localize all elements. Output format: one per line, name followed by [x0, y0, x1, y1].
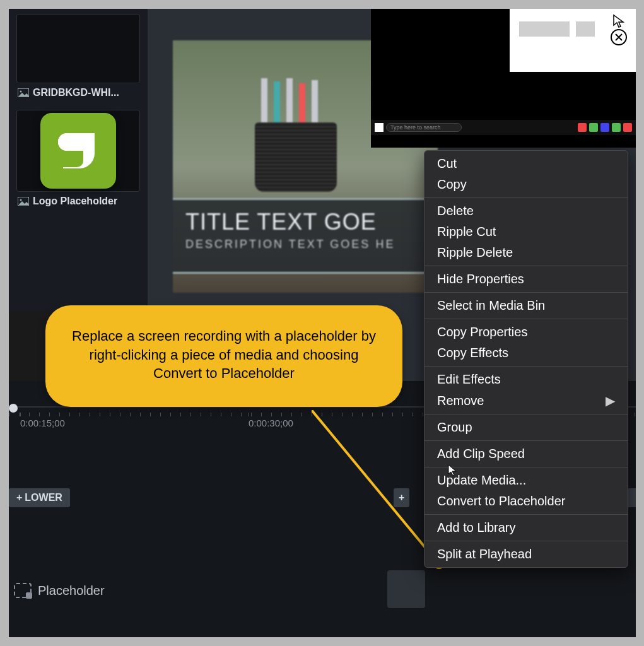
media-bin: GRIDBKGD-WHI... Logo Placeholder — [9, 9, 148, 312]
submenu-arrow-icon: ▶ — [606, 393, 615, 408]
app-frame: GRIDBKGD-WHI... Logo Placeholder TITLE T… — [9, 9, 636, 637]
context-menu: Cut Copy Delete Ripple Cut Ripple Delete… — [424, 150, 628, 568]
windows-icon — [375, 123, 383, 132]
image-icon — [18, 88, 29, 97]
media-thumbnail — [16, 110, 140, 192]
embedded-taskbar: Type here to search — [371, 120, 636, 135]
taskbar-app-icon — [589, 123, 598, 132]
help-callout: Replace a screen recording with a placeh… — [45, 305, 402, 407]
playhead[interactable] — [9, 404, 18, 413]
menu-copy-effects[interactable]: Copy Effects — [424, 343, 628, 363]
track-placeholder[interactable]: Placeholder — [9, 583, 105, 598]
svg-point-3 — [20, 199, 22, 201]
menu-separator — [424, 366, 628, 367]
menu-cut[interactable]: Cut — [424, 153, 628, 174]
svg-point-1 — [20, 91, 22, 93]
taskbar-app-icon — [600, 123, 609, 132]
menu-separator — [424, 414, 628, 414]
menu-edit-effects[interactable]: Edit Effects — [424, 369, 628, 390]
placeholder-icon — [14, 583, 32, 598]
taskbar-search: Type here to search — [386, 123, 462, 132]
menu-separator — [424, 440, 628, 441]
menu-select-in-media-bin[interactable]: Select in Media Bin — [424, 295, 628, 316]
taskbar-app-icon — [612, 123, 621, 132]
menu-copy-properties[interactable]: Copy Properties — [424, 322, 628, 343]
menu-separator — [424, 319, 628, 319]
camtasia-logo-icon — [40, 113, 116, 189]
image-icon — [18, 197, 29, 206]
media-item-label: GRIDBKGD-WHI... — [16, 83, 140, 105]
embedded-screen: Type here to search — [371, 9, 636, 148]
menu-separator — [424, 292, 628, 293]
media-item-grid[interactable]: GRIDBKGD-WHI... — [16, 14, 140, 105]
menu-split-at-playhead[interactable]: Split at Playhead — [424, 544, 628, 565]
time-marker: 0:00:15;00 — [20, 418, 65, 428]
media-item-logo[interactable]: Logo Placeholder — [16, 110, 140, 213]
media-thumbnail — [16, 14, 140, 83]
plus-icon: + — [16, 492, 22, 503]
menu-hide-properties[interactable]: Hide Properties — [424, 269, 628, 290]
menu-separator — [424, 541, 628, 541]
menu-separator — [424, 197, 628, 198]
menu-add-clip-speed[interactable]: Add Clip Speed — [424, 443, 628, 464]
close-icon[interactable] — [609, 28, 628, 47]
time-marker: 0:00:30;00 — [249, 418, 293, 428]
media-item-label: Logo Placeholder — [16, 192, 140, 213]
menu-convert-to-placeholder[interactable]: Convert to Placeholder — [424, 491, 628, 512]
cursor-icon — [447, 464, 460, 477]
menu-separator — [424, 514, 628, 515]
menu-add-to-library[interactable]: Add to Library — [424, 517, 628, 538]
pen-cup-graphic — [255, 122, 337, 192]
taskbar-app-icon — [623, 123, 632, 132]
description-text: DESCRIPTION TEXT GOES HE — [185, 238, 463, 251]
menu-delete[interactable]: Delete — [424, 201, 628, 221]
clip-right[interactable]: + — [394, 488, 409, 507]
menu-remove[interactable]: Remove▶ — [424, 390, 628, 411]
track-label: Placeholder — [38, 584, 105, 598]
clip-lower[interactable]: +LOWER — [9, 488, 70, 507]
track-clip[interactable] — [387, 570, 425, 608]
taskbar-app-icon — [578, 123, 587, 132]
menu-ripple-delete[interactable]: Ripple Delete — [424, 242, 628, 263]
menu-ripple-cut[interactable]: Ripple Cut — [424, 221, 628, 242]
title-text: TITLE TEXT GOE — [185, 209, 463, 235]
menu-group[interactable]: Group — [424, 417, 628, 438]
menu-copy[interactable]: Copy — [424, 174, 628, 195]
callout-text: Replace a screen recording with a placeh… — [72, 328, 376, 381]
cursor-arrow-icon — [612, 14, 627, 29]
menu-separator — [424, 266, 628, 266]
